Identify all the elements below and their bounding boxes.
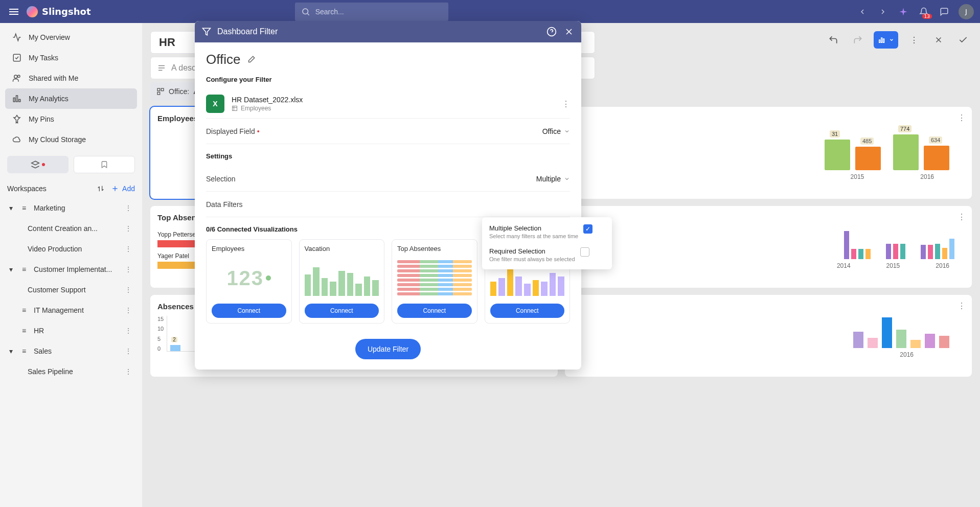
nav-next-icon[interactable] (877, 6, 889, 18)
ws-video-production[interactable]: Video Production⋮ (5, 239, 137, 259)
filter-icon (202, 27, 211, 36)
brand-logo[interactable]: Slingshot (27, 6, 91, 17)
add-chart-button[interactable] (874, 31, 898, 49)
layers-icon: ≡ (19, 204, 29, 212)
bell-icon[interactable]: 13 (918, 6, 930, 18)
undo-button[interactable] (825, 31, 842, 49)
connect-button[interactable]: Connect (212, 304, 286, 318)
layers-icon: ≡ (19, 347, 29, 355)
app-header: Slingshot 13 J (0, 0, 980, 23)
datasource-name: HR Dataset_2022.xlsx (232, 96, 303, 104)
search-icon (301, 7, 310, 16)
connect-button[interactable]: Connect (490, 304, 565, 318)
sidebar-tool-row (7, 156, 135, 173)
nav-my-overview[interactable]: My Overview (5, 27, 137, 48)
ws-sales[interactable]: ▾≡Sales⋮ (5, 341, 137, 361)
add-workspace-button[interactable]: Add (111, 185, 135, 193)
data-filters-row[interactable]: Data Filters (206, 192, 570, 217)
nav-my-analytics[interactable]: My Analytics (5, 88, 137, 109)
dots-icon[interactable]: ⋮ (122, 224, 135, 233)
hamburger-icon[interactable] (6, 6, 21, 18)
chevron-down-icon: ▾ (7, 347, 14, 355)
layers-icon: ≡ (19, 265, 29, 273)
ws-hr[interactable]: ▾≡HR⋮ (5, 320, 137, 341)
selection-popover: Multiple SelectionSelect many filters at… (482, 217, 612, 269)
accept-button[interactable] (954, 31, 972, 49)
dots-icon[interactable]: ⋮ (122, 286, 135, 294)
ws-it-management[interactable]: ▾≡IT Management⋮ (5, 300, 137, 320)
chevron-down-icon: ▾ (7, 204, 14, 212)
layers-icon: ≡ (19, 327, 29, 335)
ws-sales-pipeline[interactable]: Sales Pipeline⋮ (5, 361, 137, 382)
ws-customer-impl[interactable]: ▾≡Customer Implementat...⋮ (5, 259, 137, 280)
svg-rect-16 (161, 88, 164, 91)
dots-icon[interactable]: ⋮ (958, 113, 966, 123)
avatar[interactable]: J (959, 4, 974, 19)
filter-name: Office (206, 52, 240, 67)
dots-icon[interactable]: ⋮ (562, 99, 570, 109)
dots-icon[interactable]: ⋮ (122, 265, 135, 273)
text-icon (157, 63, 166, 73)
svg-rect-3 (13, 54, 20, 61)
layers-icon: ≡ (19, 306, 29, 314)
sort-icon[interactable] (97, 185, 105, 193)
dots-icon[interactable]: ⋮ (122, 347, 135, 355)
svg-rect-15 (157, 88, 160, 91)
svg-marker-23 (203, 28, 211, 35)
selection-row[interactable]: Selection Multiple (206, 166, 570, 192)
nav-my-tasks[interactable]: My Tasks (5, 48, 137, 68)
table-icon (232, 105, 238, 111)
popover-required-selection[interactable]: Required SelectionOne filter must always… (482, 243, 612, 266)
dots-icon[interactable]: ⋮ (122, 367, 135, 376)
checkbox-unchecked-icon[interactable] (580, 247, 589, 257)
connect-button[interactable]: Connect (397, 304, 472, 318)
card-stacked-years[interactable]: ⋮ 31 485 774 634 20152016 (565, 107, 972, 199)
viz-vacation: Vacation Connect (299, 239, 385, 324)
cloud-icon (12, 135, 21, 144)
dots-icon[interactable]: ⋮ (122, 306, 135, 314)
sparkle-icon[interactable] (897, 6, 909, 18)
nav-my-pins[interactable]: My Pins (5, 109, 137, 129)
chevron-down-icon (564, 128, 570, 134)
logo-icon (27, 6, 38, 17)
card-bottom-right[interactable]: ⋮ 2016 (565, 295, 972, 377)
more-button[interactable]: ⋮ (905, 31, 923, 49)
redo-button[interactable] (849, 31, 867, 49)
close-icon[interactable] (564, 27, 574, 37)
update-filter-button[interactable]: Update Filter (355, 339, 421, 359)
svg-point-5 (18, 75, 20, 78)
dots-icon[interactable]: ⋮ (122, 245, 135, 253)
popover-multiple-selection[interactable]: Multiple SelectionSelect many filters at… (482, 220, 612, 243)
settings-label: Settings (206, 152, 570, 160)
ws-content-creation[interactable]: Content Creation an...⋮ (5, 218, 137, 239)
svg-marker-9 (32, 161, 39, 165)
layers-toggle[interactable] (7, 156, 69, 173)
dots-icon[interactable]: ⋮ (122, 204, 135, 212)
card-hires[interactable]: ⋮ 201420152016 (565, 206, 972, 288)
ws-marketing[interactable]: ▾≡Marketing⋮ (5, 198, 137, 218)
svg-rect-6 (13, 98, 15, 102)
viz-top-absentees: Top Absentees Connect (392, 239, 477, 324)
pulse-icon (12, 33, 21, 42)
dashboard-filter-modal: Dashboard Filter Office Configure your F… (195, 21, 581, 370)
dots-icon[interactable]: ⋮ (122, 327, 135, 335)
ws-customer-support[interactable]: Customer Support⋮ (5, 280, 137, 300)
nav-prev-icon[interactable] (856, 6, 869, 18)
search-input[interactable] (315, 8, 442, 16)
checkbox-checked-icon[interactable]: ✓ (583, 224, 592, 234)
bookmark-toggle[interactable] (74, 156, 135, 173)
connect-button[interactable]: Connect (305, 304, 379, 318)
svg-rect-19 (881, 38, 882, 42)
nav-shared[interactable]: Shared with Me (5, 68, 137, 88)
chat-icon[interactable] (938, 6, 950, 18)
help-icon[interactable] (546, 27, 557, 37)
svg-line-1 (307, 13, 309, 15)
edit-icon[interactable] (246, 55, 256, 64)
dots-icon[interactable]: ⋮ (958, 212, 966, 222)
nav-cloud[interactable]: My Cloud Storage (5, 129, 137, 150)
dots-icon[interactable]: ⋮ (958, 301, 966, 311)
close-button[interactable] (930, 31, 947, 49)
excel-icon: X (206, 95, 224, 113)
global-search[interactable] (295, 3, 448, 21)
displayed-field-row[interactable]: Displayed Field• Office (206, 119, 570, 144)
